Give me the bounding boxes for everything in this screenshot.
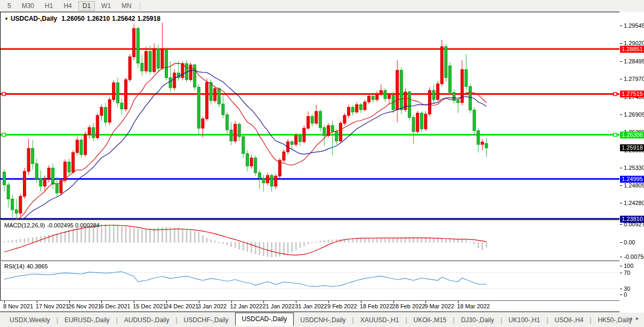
- level-price-label: 1.24995: [620, 176, 644, 183]
- ohlc-open: 1.26050: [61, 15, 84, 22]
- main-price-chart-canvas[interactable]: [0, 13, 619, 219]
- candle-body: [189, 65, 192, 80]
- candle-body: [465, 70, 468, 87]
- macd-histogram-bar: [332, 240, 333, 242]
- timeframe-button-W1[interactable]: W1: [97, 1, 115, 11]
- price-axis[interactable]: 1.295451.290201.284951.279701.274301.269…: [619, 12, 644, 312]
- candle-body: [157, 48, 159, 68]
- hline-handle[interactable]: [614, 93, 617, 96]
- candle-body: [136, 28, 139, 63]
- macd-histogram-bar: [28, 238, 29, 242]
- macd-histogram-bar: [138, 229, 139, 242]
- level-price-label: 1.26306: [620, 132, 644, 138]
- macd-histogram-bar: [57, 234, 58, 242]
- timeframe-button-5[interactable]: 5: [3, 1, 15, 11]
- timeframe-button-H4[interactable]: H4: [59, 1, 76, 11]
- candle-body: [275, 176, 277, 186]
- macd-histogram-bar: [255, 242, 256, 254]
- macd-histogram-bar: [308, 242, 309, 244]
- tab-xauusd-h1[interactable]: XAUUSD-,H1: [354, 315, 406, 325]
- macd-histogram-bar: [486, 242, 487, 247]
- tab-usoil-h4[interactable]: USOil-,H4: [548, 315, 590, 325]
- macd-histogram-bar: [356, 239, 357, 242]
- candle-body: [416, 113, 419, 132]
- rsi-line: [4, 272, 486, 287]
- macd-histogram-bar: [320, 241, 321, 242]
- candle-body: [396, 70, 399, 110]
- price-axis-label: 1.25330: [624, 165, 644, 171]
- macd-histogram-bar: [44, 236, 45, 242]
- candle-body: [481, 142, 484, 144]
- tab-usdcad-daily[interactable]: USDCAD-,Daily: [235, 313, 294, 326]
- candle-body: [116, 83, 119, 103]
- macd-values: -0.002495 0.000284: [47, 222, 99, 228]
- tab-usdx-weekly[interactable]: USDX,Weekly: [3, 315, 57, 325]
- candle-body: [400, 70, 402, 110]
- timeframe-button-D1[interactable]: D1: [78, 1, 95, 11]
- macd-histogram-bar: [121, 226, 122, 242]
- candle-body: [141, 63, 143, 71]
- macd-histogram-bar: [239, 242, 240, 249]
- candle-body: [27, 149, 30, 171]
- axis-tick: [620, 266, 622, 266]
- macd-histogram-bar: [146, 229, 147, 242]
- tab-scroll-right-icon[interactable]: ►: [635, 316, 642, 321]
- candle-body: [23, 171, 26, 197]
- time-axis-label: 31 Jan 2022: [295, 303, 327, 309]
- macd-histogram-bar: [324, 240, 325, 242]
- macd-histogram-bar: [478, 242, 479, 248]
- timeframe-button-H1[interactable]: H1: [41, 1, 57, 11]
- price-axis-label: 1.24805: [624, 182, 644, 189]
- candle-body: [473, 110, 476, 131]
- hline-handle[interactable]: [614, 133, 617, 136]
- chart-symbol-period: USDCAD-,Daily: [11, 15, 57, 22]
- rsi-axis-label: 70: [624, 269, 630, 276]
- candle-body: [214, 88, 216, 101]
- axis-tick: [620, 289, 622, 289]
- tab-uk100-h1[interactable]: UK100-,H1: [502, 315, 546, 325]
- time-axis-label: 9 Mar 2022: [424, 303, 454, 309]
- tab-ukoil-m15[interactable]: UKOil-,M15: [407, 315, 453, 325]
- candle-body: [283, 152, 285, 160]
- macd-histogram-bar: [368, 239, 369, 242]
- rsi-indicator-canvas[interactable]: [0, 261, 619, 300]
- macd-histogram-bar: [381, 239, 382, 242]
- macd-histogram-bar: [117, 226, 118, 242]
- macd-histogram-bar: [300, 242, 301, 248]
- tab-scroll-left-icon[interactable]: ◄: [628, 316, 635, 321]
- candle-body: [429, 91, 431, 114]
- macd-histogram-bar: [482, 242, 483, 250]
- macd-histogram-bar: [113, 225, 114, 242]
- macd-histogram-bar: [348, 239, 349, 242]
- candle-body: [197, 87, 200, 128]
- candle-body: [112, 83, 115, 100]
- hline-handle[interactable]: [2, 133, 5, 136]
- chart-dropdown-icon[interactable]: ▼: [4, 17, 9, 21]
- macd-histogram-bar: [271, 242, 272, 257]
- candle-body: [359, 104, 362, 109]
- macd-histogram-bar: [275, 242, 276, 257]
- tab-usdcnh-daily[interactable]: USDCNH-,Daily: [294, 315, 352, 325]
- candle-body: [437, 84, 439, 100]
- tab-usdchf-daily[interactable]: USDCHF-,Daily: [178, 315, 235, 325]
- hline-handle[interactable]: [2, 93, 5, 96]
- time-axis-label: 3 Jan 2022: [198, 303, 227, 309]
- time-axis[interactable]: 8 Nov 202117 Nov 202126 Nov 20216 Dec 20…: [0, 301, 619, 312]
- tab-eurusd-daily[interactable]: EURUSD-,Daily: [58, 315, 116, 325]
- macd-histogram-bar: [20, 239, 21, 242]
- axis-tick: [620, 61, 622, 62]
- macd-histogram-bar: [211, 240, 212, 242]
- candle-body: [222, 104, 224, 115]
- timeframe-button-MN[interactable]: MN: [117, 1, 136, 11]
- timeframe-button-M30[interactable]: M30: [18, 1, 38, 11]
- macd-histogram-bar: [214, 241, 215, 242]
- rsi-axis-label: 100: [624, 263, 633, 269]
- candle-body: [76, 140, 78, 152]
- tab-dj30-daily[interactable]: DJ30-,Daily: [455, 315, 501, 325]
- macd-histogram-bar: [198, 233, 199, 242]
- tab-audusd-daily[interactable]: AUDUSD-,Daily: [118, 315, 176, 325]
- candle-body: [72, 152, 75, 172]
- macd-histogram-bar: [178, 228, 179, 242]
- macd-histogram-bar: [202, 235, 203, 242]
- candle-body: [44, 178, 46, 186]
